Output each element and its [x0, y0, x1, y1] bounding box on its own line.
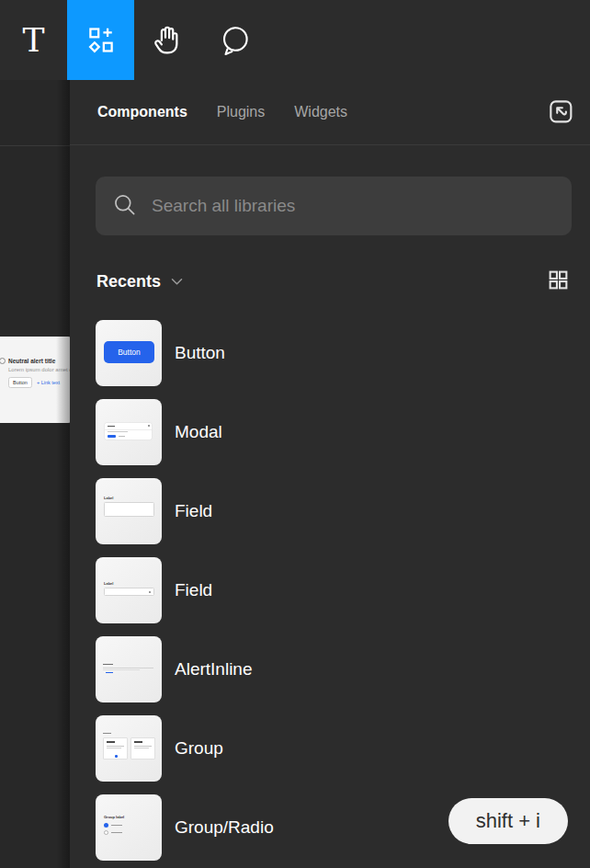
tab-components[interactable]: Components [97, 104, 187, 120]
pop-out-button[interactable] [544, 96, 577, 129]
component-thumbnail: Button [96, 320, 162, 386]
panel-tabs: Components Plugins Widgets [97, 104, 347, 120]
component-item-modal[interactable]: Modal [96, 399, 572, 465]
component-thumbnail: Group label [96, 794, 162, 861]
component-list: Button Button Modal Label Field [96, 320, 572, 861]
assets-tool[interactable] [67, 0, 134, 80]
thumbnail-radio-group-label: Group label [104, 816, 124, 819]
component-thumbnail [96, 399, 162, 465]
component-label: AlertInline [175, 659, 253, 680]
search-icon [112, 192, 137, 221]
component-label: Button [175, 343, 225, 363]
panel-tabbar: Components Plugins Widgets [70, 80, 590, 145]
thumbnail-radio-unselected [104, 830, 108, 835]
figma-app: T [0, 0, 590, 868]
search-bar[interactable] [96, 177, 572, 235]
chevron-down-icon [171, 273, 183, 290]
alert-card-link: + Link text [37, 380, 60, 385]
component-item-field-select[interactable]: Label Field [96, 557, 572, 623]
component-label: Field [175, 580, 212, 600]
comment-tool[interactable] [201, 0, 268, 80]
toolbar: T [0, 0, 590, 80]
canvas-alert-card: Neutral alert title Lorem ipsum dolor am… [0, 337, 72, 423]
text-tool-icon: T [22, 24, 44, 57]
component-thumbnail [96, 715, 162, 782]
shortcut-badge: shift + i [448, 798, 568, 844]
alert-card-title: Neutral alert title [8, 358, 72, 364]
thumbnail-button-preview: Button [104, 341, 154, 363]
thumbnail-select-input [104, 588, 154, 596]
recents-dropdown[interactable]: Recents [96, 272, 183, 291]
component-item-button[interactable]: Button Button [96, 320, 572, 386]
thumbnail-select-chevron [149, 591, 152, 593]
thumbnail-field-input [104, 502, 154, 517]
tab-plugins[interactable]: Plugins [217, 104, 265, 120]
hand-tool[interactable] [134, 0, 201, 80]
component-label: Field [175, 501, 212, 521]
alert-card-body: Lorem ipsum dolor amet conse [8, 367, 72, 372]
thumbnail-radio-selected [104, 823, 108, 828]
canvas-area: Neutral alert title Lorem ipsum dolor am… [0, 80, 70, 868]
info-icon [0, 358, 6, 364]
alert-card-button: Button [8, 377, 32, 388]
assets-panel: Components Plugins Widgets [70, 80, 590, 868]
component-label: Modal [175, 422, 222, 442]
canvas-divider [0, 145, 70, 146]
comment-icon [219, 24, 252, 57]
component-thumbnail [96, 636, 162, 702]
thumbnail-field-label: Label [104, 497, 113, 500]
search-input[interactable] [152, 196, 555, 216]
component-item-alertinline[interactable]: AlertInline [96, 636, 572, 702]
hand-icon [151, 23, 186, 58]
component-item-field[interactable]: Label Field [96, 478, 572, 544]
component-thumbnail: Label [96, 478, 162, 544]
component-label: Group [175, 738, 223, 759]
arrow-up-left-square-icon [546, 97, 575, 129]
assets-icon [85, 25, 117, 56]
thumbnail-modal-preview [105, 423, 152, 440]
alert-card-actions: Button + Link text [8, 377, 72, 388]
text-tool[interactable]: T [0, 0, 67, 80]
component-item-group[interactable]: Group [96, 715, 572, 782]
tab-widgets[interactable]: Widgets [294, 104, 347, 120]
section-row: Recents [96, 268, 570, 294]
component-thumbnail: Label [96, 557, 162, 623]
grid-view-button[interactable] [547, 268, 570, 294]
grid-icon [547, 268, 570, 294]
component-label: Group/Radio [175, 817, 274, 838]
thumbnail-field-label: Label [104, 582, 113, 586]
section-title: Recents [96, 272, 161, 291]
